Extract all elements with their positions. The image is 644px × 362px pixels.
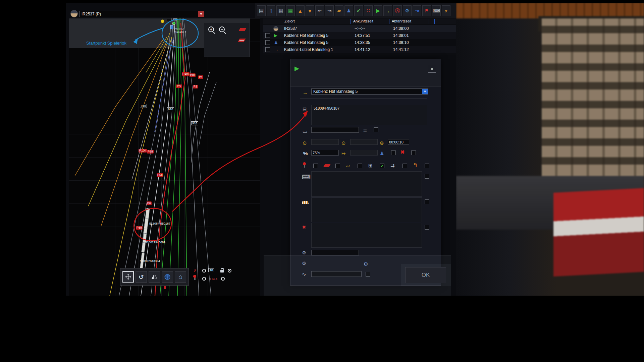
signal-label[interactable]: P8I xyxy=(190,73,196,77)
roster-book-icon[interactable]: ≣ xyxy=(363,127,367,133)
signal-label[interactable]: P2 xyxy=(193,85,198,88)
through-run-checkbox[interactable] xyxy=(402,164,407,168)
loco-change-checkbox[interactable] xyxy=(358,164,362,168)
driver-avatar-icon xyxy=(70,10,78,17)
hud-toggle[interactable] xyxy=(202,269,206,273)
signal-label[interactable]: P5I xyxy=(176,84,182,88)
signal-label[interactable]: P10II xyxy=(139,149,147,153)
cargo-checkbox[interactable]: ✔ xyxy=(380,164,384,168)
modify-button[interactable]: ▰ xyxy=(335,5,343,16)
ramp-checkbox[interactable] xyxy=(335,164,340,168)
train-list-panel[interactable]: 518084-950187 xyxy=(311,105,427,125)
platform-checkbox[interactable] xyxy=(425,199,429,204)
platform-panel[interactable] xyxy=(311,197,422,222)
insert-after-icon: ⇥ xyxy=(327,8,332,14)
insert-before-icon: ⇤ xyxy=(318,8,322,14)
game-scene-background xyxy=(456,3,644,296)
exit-door-icon: ⇥ xyxy=(415,8,419,14)
dropdown-arrow-icon[interactable]: ▼ xyxy=(422,89,428,94)
close-icon: × xyxy=(431,66,434,72)
add-destination-button[interactable]: ▶ xyxy=(374,5,382,16)
platform-button[interactable]: ⌅ xyxy=(442,5,450,16)
passengers-icon: ♟ xyxy=(274,40,278,45)
signal-label[interactable]: P6 xyxy=(147,201,152,205)
flip-icon xyxy=(151,274,158,280)
home-icon: ⌂ xyxy=(178,273,182,281)
grid-button[interactable]: ▦ xyxy=(276,5,285,16)
hud-toggle[interactable] xyxy=(202,277,206,281)
loco-checkbox[interactable] xyxy=(374,127,378,132)
dropdown-arrow-icon[interactable]: ▼ xyxy=(198,11,204,17)
flag-button[interactable]: ⚑ xyxy=(422,5,431,16)
hud-toggle[interactable] xyxy=(221,277,225,281)
return-checkbox[interactable] xyxy=(425,164,429,168)
passengers-button[interactable]: ♟ xyxy=(344,5,353,16)
signal-label[interactable]: P10I xyxy=(182,72,190,76)
timetable-row[interactable]: ♟ Koblenz Hbf Bahnsteig 5 14:38:35 14:39… xyxy=(263,39,456,46)
train-id-label: 518022943394 xyxy=(140,259,160,263)
signal-checkbox[interactable] xyxy=(313,164,318,168)
timetable-row[interactable]: IR2537 --:--:-- 14:38:00 xyxy=(263,25,456,32)
ramp-tool-icon[interactable] xyxy=(238,28,246,31)
destination-value: Koblenz Hbf Bahnsteig 5 xyxy=(313,89,358,94)
cancel-route-button[interactable]: Ⓢ xyxy=(393,5,402,16)
row-departure: 14:38:01 xyxy=(393,33,409,38)
move-up-button[interactable]: ▲ xyxy=(296,5,305,16)
save-button[interactable]: ▤ xyxy=(257,5,266,16)
row-checkbox[interactable] xyxy=(265,40,270,45)
row-checkbox[interactable] xyxy=(265,33,270,38)
ramp-edit-tool-icon[interactable] xyxy=(238,39,246,42)
zoom-out-button[interactable]: − xyxy=(219,26,225,32)
locomotive-input[interactable] xyxy=(311,127,359,133)
signal-label[interactable]: P5II xyxy=(157,173,163,177)
keyboard-button[interactable]: ⌨ xyxy=(432,5,441,16)
track-restriction-panel[interactable] xyxy=(311,223,422,248)
track-restriction-checkbox[interactable] xyxy=(425,225,429,230)
move-down-button[interactable]: ▼ xyxy=(306,5,314,16)
signal-label[interactable]: P1 xyxy=(198,75,203,79)
timetable-row[interactable]: → Koblenz-Lützel Bahnsteig 1 14:41:12 14… xyxy=(263,46,456,53)
train-id-entry[interactable]: 518084-950187 xyxy=(314,106,339,110)
home-view-button[interactable]: ⌂ xyxy=(175,271,186,283)
timetable-row[interactable]: ▶ Koblenz Hbf Bahnsteig 5 14:37:51 14:38… xyxy=(263,32,456,39)
passengers-checkbox[interactable] xyxy=(391,150,396,155)
exit-button[interactable]: ⇥ xyxy=(413,5,421,16)
delete-button[interactable]: ▯ xyxy=(267,5,275,16)
percent-input[interactable] xyxy=(311,150,339,156)
insert-before-button[interactable]: ⇤ xyxy=(315,5,324,16)
cancel-x-icon[interactable]: ✖ xyxy=(400,149,405,155)
speed-input[interactable] xyxy=(350,150,378,156)
arrival-time-input[interactable] xyxy=(311,139,339,145)
move-tool-button[interactable] xyxy=(122,271,134,283)
window-settings-button[interactable]: ⚙ xyxy=(403,5,412,16)
signal-config-input[interactable] xyxy=(311,250,359,255)
ok-label: OK xyxy=(422,272,430,279)
world-view-button[interactable] xyxy=(162,271,173,283)
confirm-button[interactable]: ✔ xyxy=(354,5,363,16)
cancel-checkbox[interactable] xyxy=(411,150,416,155)
departure-time-input[interactable] xyxy=(350,139,378,145)
map-mini-toolbar: + − xyxy=(204,23,250,57)
train-selector-dropdown[interactable]: IR2537 (P) ▼ xyxy=(79,11,204,17)
announcement-checkbox[interactable] xyxy=(425,174,429,179)
row-name: Koblenz Hbf Bahnsteig 5 xyxy=(284,33,328,38)
distribute-button[interactable]: ∷ xyxy=(364,5,373,16)
announcement-panel[interactable] xyxy=(311,171,422,197)
continue-route-button[interactable]: → xyxy=(383,5,392,16)
flip-tool-button[interactable] xyxy=(149,271,160,283)
dwell-time-input[interactable] xyxy=(388,139,409,145)
signal-label[interactable]: P8II xyxy=(147,150,154,154)
close-button[interactable]: × xyxy=(428,65,436,73)
insert-after-button[interactable]: ⇥ xyxy=(325,5,334,16)
destination-dropdown[interactable]: Koblenz Hbf Bahnsteig 5 ▼ xyxy=(311,88,428,95)
row-name: Koblenz-Lützel Bahnsteig 1 xyxy=(284,47,333,52)
track-map[interactable]: + − 0317/2 Transfer 7 910 910 910 P10I P… xyxy=(69,18,260,296)
ok-button[interactable]: OK xyxy=(405,267,446,283)
rotate-tool-button[interactable]: ↺ xyxy=(136,271,147,283)
signal-label[interactable]: P8II xyxy=(136,226,143,230)
timetable-grid-button[interactable]: ▦ xyxy=(286,5,295,16)
loco-change-icon: ▱ xyxy=(346,163,350,169)
zoom-in-button[interactable]: + xyxy=(208,26,214,32)
row-checkbox[interactable] xyxy=(265,47,270,52)
hud-toggle[interactable] xyxy=(228,269,231,273)
